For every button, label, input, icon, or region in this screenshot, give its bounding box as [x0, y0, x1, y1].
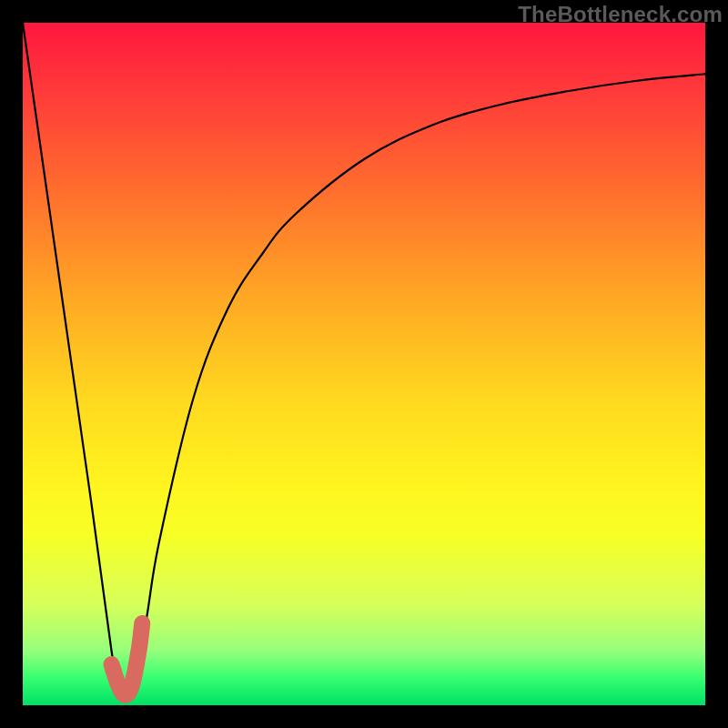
- bottleneck-curve-path: [23, 23, 705, 699]
- chart-frame: TheBottleneck.com: [0, 0, 728, 728]
- plot-area: [23, 23, 705, 705]
- highlight-segment-path: [112, 623, 143, 695]
- chart-svg: [23, 23, 705, 705]
